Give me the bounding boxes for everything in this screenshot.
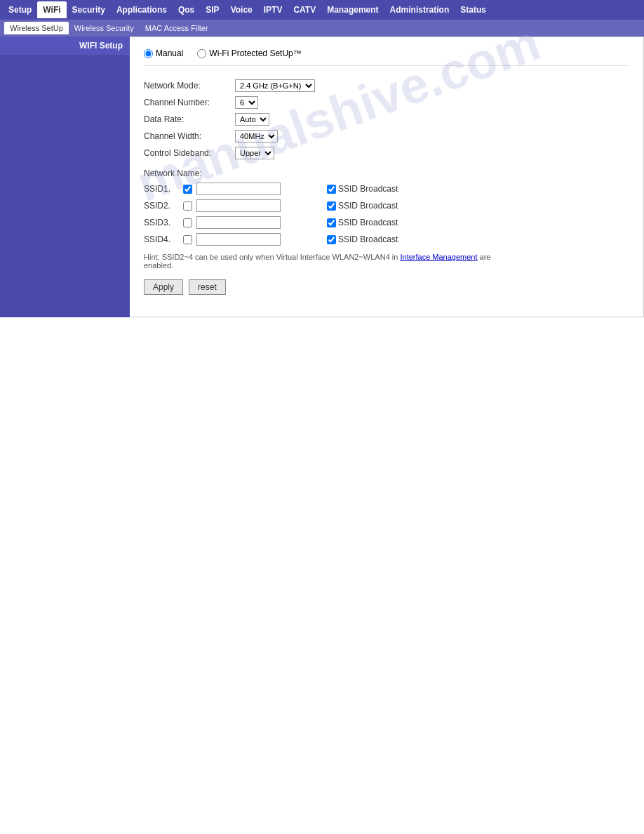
ssid4-label: SSID4. (144, 234, 179, 244)
hint-text: Hint: SSID2~4 can be used only when Virt… (144, 253, 509, 270)
wps-radio[interactable] (197, 49, 206, 58)
nav-voice[interactable]: Voice (225, 1, 258, 18)
sidebar: WIFI Setup (0, 37, 130, 317)
ssid2-checkbox[interactable] (183, 201, 192, 211)
nav-catv[interactable]: CATV (288, 1, 321, 18)
nav-applications[interactable]: Applications (111, 1, 173, 18)
ssid3-broadcast-label: SSID Broadcast (338, 218, 398, 227)
manual-radio[interactable] (144, 49, 153, 58)
nav-security[interactable]: Security (67, 1, 111, 18)
control-sideband-select[interactable]: Upper (235, 147, 274, 159)
hint-prefix: Hint: SSID2~4 can be used only when Virt… (144, 253, 398, 261)
sub-nav: Wireless SetUp Wireless Security MAC Acc… (0, 20, 644, 37)
ssid1-row: SSID1. SSID Broadcast (144, 183, 629, 195)
ssid4-checkbox[interactable] (183, 235, 192, 244)
nav-sip[interactable]: SIP (200, 1, 224, 18)
subnav-wireless-security[interactable]: Wireless Security (69, 22, 140, 34)
ssid1-broadcast-label: SSID Broadcast (338, 184, 398, 194)
ssid4-row: SSID4. SSID Broadcast (144, 233, 629, 246)
ssid3-broadcast-container: SSID Broadcast (327, 218, 398, 227)
nav-wifi[interactable]: WiFi (37, 1, 66, 18)
nav-qos[interactable]: Qos (173, 1, 200, 18)
ssid1-broadcast-container: SSID Broadcast (327, 184, 398, 194)
nav-administration[interactable]: Administration (384, 1, 455, 18)
interface-management-link[interactable]: Interface Management (400, 253, 477, 261)
ssid1-label: SSID1. (144, 184, 179, 194)
mode-selector-row: Manual Wi-Fi Protected SetUp™ (144, 48, 629, 66)
channel-number-select[interactable]: 6 (235, 96, 258, 109)
channel-number-label: Channel Number: (144, 94, 235, 111)
channel-width-select[interactable]: 40MHz (235, 130, 278, 143)
subnav-wireless-setup[interactable]: Wireless SetUp (4, 22, 69, 34)
ssid3-label: SSID3. (144, 218, 179, 227)
network-name-label: Network Name: (144, 168, 629, 178)
ssid1-input[interactable] (196, 183, 281, 195)
ssid4-broadcast-checkbox[interactable] (327, 235, 336, 244)
channel-width-label: Channel Width: (144, 128, 235, 145)
main-container: WIFI Setup Manual Wi-Fi Protected SetUp™… (0, 37, 644, 317)
reset-button[interactable]: reset (189, 279, 226, 295)
sidebar-title: WIFI Setup (0, 37, 130, 55)
button-row: Apply reset (144, 279, 629, 295)
ssid2-label: SSID2. (144, 201, 179, 211)
manual-option[interactable]: Manual (144, 48, 183, 58)
wps-label: Wi-Fi Protected SetUp™ (209, 48, 301, 58)
ssid3-checkbox[interactable] (183, 218, 192, 227)
content-panel: Manual Wi-Fi Protected SetUp™ Network Mo… (130, 37, 644, 317)
settings-form: Network Mode: 2.4 GHz (B+G+N) Channel Nu… (144, 77, 319, 161)
manual-label: Manual (156, 48, 183, 58)
wps-option[interactable]: Wi-Fi Protected SetUp™ (197, 48, 301, 58)
ssid2-broadcast-container: SSID Broadcast (327, 201, 398, 211)
ssid1-broadcast-checkbox[interactable] (327, 185, 336, 194)
nav-management[interactable]: Management (321, 1, 384, 18)
nav-status[interactable]: Status (455, 1, 492, 18)
apply-button[interactable]: Apply (144, 279, 183, 295)
ssid4-broadcast-container: SSID Broadcast (327, 234, 398, 244)
data-rate-select[interactable]: Auto (235, 113, 269, 126)
ssid3-input[interactable] (196, 216, 281, 229)
top-nav: Setup WiFi Security Applications Qos SIP… (0, 0, 644, 20)
network-mode-label: Network Mode: (144, 77, 235, 94)
nav-setup[interactable]: Setup (3, 1, 37, 18)
network-mode-select[interactable]: 2.4 GHz (B+G+N) (235, 79, 315, 92)
ssid2-row: SSID2. SSID Broadcast (144, 199, 629, 212)
control-sideband-label: Control Sideband: (144, 145, 235, 161)
nav-iptv[interactable]: IPTV (258, 1, 288, 18)
ssid2-broadcast-checkbox[interactable] (327, 201, 336, 211)
ssid-rows: SSID1. SSID Broadcast SSID2. SSID B (144, 183, 629, 246)
page-wrapper: Setup WiFi Security Applications Qos SIP… (0, 0, 644, 317)
subnav-mac-access-filter[interactable]: MAC Access Filter (140, 22, 214, 34)
ssid4-broadcast-label: SSID Broadcast (338, 234, 398, 244)
ssid2-broadcast-label: SSID Broadcast (338, 201, 398, 211)
ssid3-broadcast-checkbox[interactable] (327, 218, 336, 227)
ssid3-row: SSID3. SSID Broadcast (144, 216, 629, 229)
data-rate-label: Data Rate: (144, 111, 235, 128)
ssid1-checkbox[interactable] (183, 185, 192, 194)
ssid2-input[interactable] (196, 199, 281, 212)
ssid4-input[interactable] (196, 233, 281, 246)
